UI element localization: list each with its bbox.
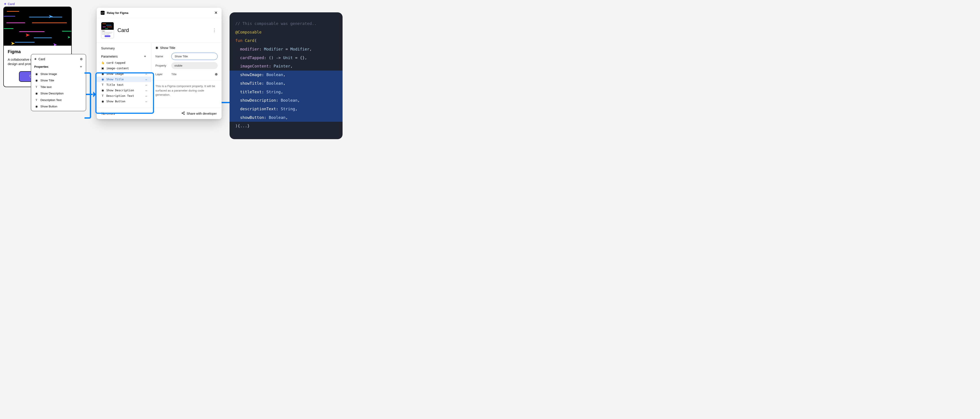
relay-right-column: ◉ Show Title Name Show Title Property vi… xyxy=(151,43,222,108)
parameter-label: Show Image xyxy=(107,72,124,75)
parameter-row[interactable]: ▣image-content xyxy=(97,65,151,71)
cursor-icon xyxy=(26,33,30,37)
svg-line-9 xyxy=(183,113,184,114)
property-row[interactable]: TTitle text xyxy=(31,84,86,90)
svg-point-7 xyxy=(184,114,185,115)
swap-icon: ⇨ xyxy=(145,78,147,81)
layer-value: Title xyxy=(171,73,212,76)
svg-marker-3 xyxy=(53,43,57,46)
parameter-row[interactable]: 👆card-tapped xyxy=(97,60,151,65)
text-icon: T xyxy=(35,85,38,89)
generated-code-panel: // This composable was generated..@Compo… xyxy=(229,12,342,139)
relay-app-icon: </> xyxy=(101,11,105,15)
share-icon xyxy=(181,111,185,116)
code-line-highlighted: showButton: Boolean, xyxy=(229,113,342,122)
swap-icon: ⇨ xyxy=(145,83,147,87)
add-parameter-icon[interactable]: ＋ xyxy=(143,54,147,59)
errors-status: No errors xyxy=(102,112,115,115)
svg-marker-1 xyxy=(26,33,30,37)
relay-left-column: Summary Parameters ＋ 👆card-tapped▣image-… xyxy=(97,43,151,108)
code-comment: // This composable was generated.. xyxy=(235,19,337,28)
eye-icon: ◉ xyxy=(35,79,38,82)
property-row[interactable]: ◉Show Button xyxy=(31,103,86,110)
swap-icon: ⇨ xyxy=(145,94,147,98)
property-label: Title text xyxy=(40,85,52,89)
name-input[interactable]: Show Title xyxy=(171,53,218,60)
property-label: Show Title xyxy=(40,79,54,82)
eye-icon: ◉ xyxy=(101,78,104,81)
code-line: cardTapped: () -> Unit = {}, xyxy=(235,54,337,62)
eye-icon: ◉ xyxy=(101,89,104,92)
highlight-bracket xyxy=(84,72,91,119)
parameter-row[interactable]: ◉Show Title⇨ xyxy=(97,76,151,82)
name-label: Name xyxy=(155,55,169,58)
property-select[interactable]: visible xyxy=(171,62,218,69)
property-row[interactable]: ◉Show Title xyxy=(31,77,86,84)
code-line-highlighted: showDescription: Boolean, xyxy=(229,96,342,105)
property-row[interactable]: ◉Show Description xyxy=(31,90,86,97)
parameter-row[interactable]: TTitle text⇨ xyxy=(97,82,151,87)
card-hero-image xyxy=(4,7,71,46)
text-icon: T xyxy=(35,98,38,102)
component-icon: ❖ xyxy=(4,2,6,5)
detail-title: Show Title xyxy=(160,46,175,49)
cursor-icon xyxy=(49,15,53,18)
code-tail: ){...} xyxy=(235,122,337,130)
property-row[interactable]: TDescription Text xyxy=(31,97,86,103)
relay-titlebar: </> Relay for Figma ✕ xyxy=(97,8,222,18)
property-label: Show Description xyxy=(40,92,64,95)
eye-icon: ◉ xyxy=(35,105,38,108)
code-annotation: @Composable xyxy=(235,30,262,34)
share-button[interactable]: Share with developer xyxy=(181,111,217,116)
more-menu-icon[interactable]: ⋮ xyxy=(212,28,217,33)
parameter-label: image-content xyxy=(107,67,129,70)
relay-component-title: Card xyxy=(118,27,209,33)
summary-header[interactable]: Summary xyxy=(97,46,151,52)
parameter-row[interactable]: TDescription Text⇨ xyxy=(97,93,151,98)
parameters-header: Parameters ＋ xyxy=(97,52,151,60)
parameter-row[interactable]: ◉Show Image⇨ xyxy=(97,71,151,76)
property-label: Description Text xyxy=(40,98,62,102)
parameter-label: card-tapped xyxy=(107,61,126,64)
parameter-label: Description Text xyxy=(107,94,134,97)
properties-section-label: Properties xyxy=(34,65,48,68)
share-label: Share with developer xyxy=(187,112,217,115)
component-icon: ❖ xyxy=(34,57,37,61)
divider xyxy=(151,80,222,81)
swap-icon: ⇨ xyxy=(145,100,147,103)
relay-plugin-panel: </> Relay for Figma ✕ Figma A collaborat… xyxy=(97,8,222,119)
swap-icon: ⇨ xyxy=(145,72,147,76)
svg-marker-4 xyxy=(68,36,70,38)
parameter-label: Show Title xyxy=(107,78,124,81)
svg-point-6 xyxy=(182,113,183,114)
properties-header: ❖ Card ⚙ xyxy=(31,56,86,63)
code-function-name: Card xyxy=(245,38,254,43)
parameter-row[interactable]: ◉Show Description⇨ xyxy=(97,87,151,93)
eye-icon: ◉ xyxy=(35,72,38,76)
target-icon[interactable]: ⊕ xyxy=(215,72,218,76)
detail-description: This is a Figma component property. It w… xyxy=(155,84,218,97)
code-keyword: fun xyxy=(235,38,243,43)
adjust-icon[interactable]: ⚙ xyxy=(80,57,83,61)
close-icon[interactable]: ✕ xyxy=(214,10,218,15)
figma-properties-panel: ❖ Card ⚙ Properties ＋ ◉Show Image◉Show T… xyxy=(31,54,86,111)
parameter-row[interactable]: ◉Show Button⇨ xyxy=(97,98,151,104)
image-icon: ▣ xyxy=(101,67,104,70)
code-line: imageContent: Painter, xyxy=(235,62,337,71)
parameter-label: Title text xyxy=(107,83,124,86)
svg-line-8 xyxy=(183,112,184,113)
property-label: Show Button xyxy=(40,105,57,108)
eye-icon: ◉ xyxy=(101,72,104,75)
layer-label: Layer xyxy=(155,73,169,76)
code-line-highlighted: titleText: String, xyxy=(229,88,342,96)
eye-icon: ◉ xyxy=(155,46,158,49)
eye-icon: ◉ xyxy=(101,100,104,103)
add-property-icon[interactable]: ＋ xyxy=(79,64,83,69)
cursor-icon xyxy=(11,42,15,45)
code-line-highlighted: showTitle: Boolean, xyxy=(229,79,342,88)
detail-header: ◉ Show Title xyxy=(155,46,218,49)
property-label: Show Image xyxy=(40,72,57,76)
property-row[interactable]: ◉Show Image xyxy=(31,71,86,77)
figma-component-label[interactable]: ❖ Card xyxy=(4,2,15,6)
card-title: Figma xyxy=(8,49,67,54)
